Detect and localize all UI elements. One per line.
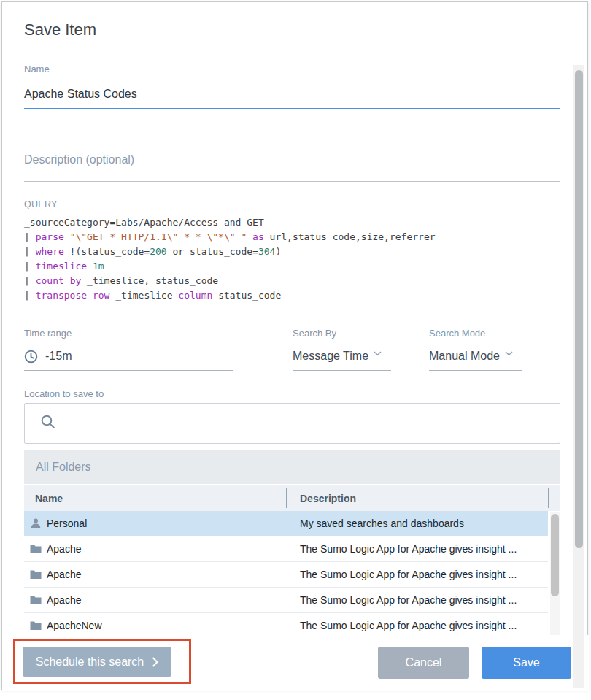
row-name: Apache xyxy=(47,594,81,606)
header-divider xyxy=(286,488,287,508)
search-by-label: Search By xyxy=(293,328,429,339)
query-block: _sourceCategory=Labs/Apache/Access and G… xyxy=(24,215,560,303)
row-name: Apache xyxy=(47,569,81,580)
query-label: QUERY xyxy=(24,199,560,210)
dialog-footer: Schedule this search Cancel Save xyxy=(2,635,589,691)
folder-icon xyxy=(30,544,42,554)
table-row[interactable]: ApacheThe Sumo Logic App for Apache give… xyxy=(24,536,548,562)
table-row[interactable]: ApacheThe Sumo Logic App for Apache give… xyxy=(24,588,548,613)
column-header-name: Name xyxy=(24,493,286,504)
folder-search-input[interactable] xyxy=(24,403,560,444)
schedule-button-label: Schedule this search xyxy=(36,655,144,669)
search-mode-label: Search Mode xyxy=(429,328,560,339)
row-description: The Sumo Logic App for Apache gives insi… xyxy=(286,594,548,606)
all-folders-header[interactable]: All Folders xyxy=(24,450,560,484)
table-scrollbar-thumb[interactable] xyxy=(551,514,559,596)
folder-icon xyxy=(30,620,42,631)
description-input[interactable]: Description (optional) xyxy=(24,153,560,182)
location-label: Location to save to xyxy=(24,388,560,400)
folder-icon xyxy=(30,595,42,605)
dialog-title: Save Item xyxy=(24,2,560,40)
chevron-down-icon xyxy=(374,351,382,356)
row-description: The Sumo Logic App for Apache gives insi… xyxy=(286,620,548,631)
table-scrollbar[interactable] xyxy=(550,512,560,637)
row-name: ApacheNew xyxy=(47,620,102,631)
person-icon xyxy=(30,518,42,529)
folder-icon xyxy=(30,569,42,580)
search-mode-select[interactable]: Manual Mode xyxy=(429,349,522,371)
schedule-this-search-button[interactable]: Schedule this search xyxy=(23,647,171,677)
row-description: The Sumo Logic App for Apache gives insi… xyxy=(286,569,548,580)
dialog-scrollbar-thumb[interactable] xyxy=(575,70,583,548)
search-mode-value: Manual Mode xyxy=(429,349,500,364)
row-name: Personal xyxy=(47,518,87,529)
time-range-label: Time range xyxy=(24,328,293,339)
table-row[interactable]: PersonalMy saved searches and dashboards xyxy=(24,511,548,536)
name-input[interactable]: Apache Status Codes xyxy=(24,87,560,109)
search-icon xyxy=(40,414,56,433)
clock-icon xyxy=(24,350,38,364)
row-description: My saved searches and dashboards xyxy=(286,518,548,529)
header-divider xyxy=(548,488,549,508)
folder-list: PersonalMy saved searches and dashboards… xyxy=(24,511,560,637)
chevron-right-icon xyxy=(152,657,158,667)
table-row[interactable]: ApacheThe Sumo Logic App for Apache give… xyxy=(24,562,548,588)
row-name: Apache xyxy=(47,543,81,555)
column-header-description: Description xyxy=(286,493,560,504)
query-divider xyxy=(24,315,560,315)
name-label: Name xyxy=(24,64,560,75)
search-by-value: Message Time xyxy=(293,349,368,364)
time-range-value: -15m xyxy=(45,349,72,364)
row-description: The Sumo Logic App for Apache gives insi… xyxy=(286,543,548,555)
save-item-dialog: Save Item Name Apache Status Codes Descr… xyxy=(1,1,588,690)
save-button[interactable]: Save xyxy=(482,647,571,679)
dialog-scrollbar[interactable] xyxy=(573,65,584,688)
time-range-input[interactable]: -15m xyxy=(24,349,233,371)
folder-table: Name Description PersonalMy saved search… xyxy=(24,485,560,637)
chevron-down-icon xyxy=(505,351,513,356)
table-row[interactable]: ApacheNewThe Sumo Logic App for Apache g… xyxy=(24,613,548,637)
table-header: Name Description xyxy=(24,485,560,511)
cancel-button[interactable]: Cancel xyxy=(378,647,469,679)
search-by-select[interactable]: Message Time xyxy=(293,349,391,371)
